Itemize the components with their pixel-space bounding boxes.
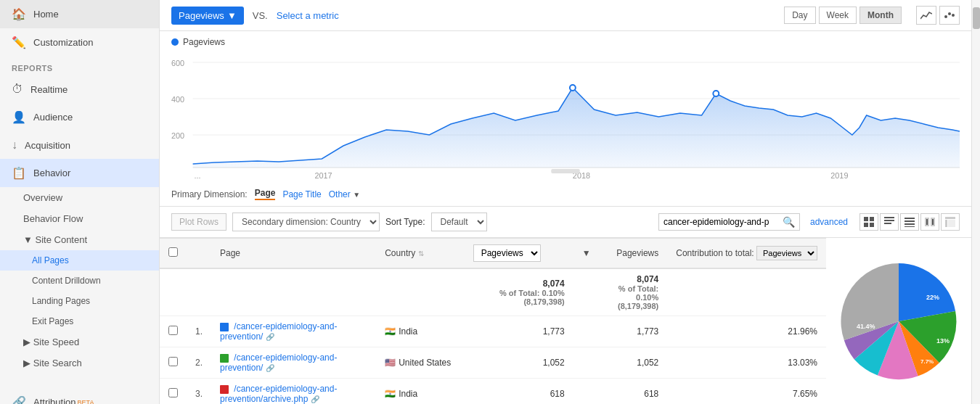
scrollbar[interactable] <box>971 0 980 404</box>
svg-rect-25 <box>905 220 915 222</box>
svg-rect-24 <box>905 218 915 219</box>
pivot-view-button[interactable] <box>941 213 960 231</box>
chart-area: Pageviews 600 400 200 2017 2018 2019 ... <box>160 31 971 182</box>
sidebar-item-content-drilldown[interactable]: Content Drilldown <box>0 271 159 291</box>
row3-color-block <box>220 385 229 394</box>
row3-page-link[interactable]: /cancer-epidemiology-and-prevention/arch… <box>220 384 337 404</box>
row3-checkbox-cell <box>160 379 187 405</box>
row2-contribution: 13.03% <box>788 358 817 368</box>
row1-pageviews-cell: 1,773 <box>465 316 573 347</box>
scatter-chart-button[interactable] <box>939 6 960 25</box>
dropdown-arrow-icon: ▼ <box>227 10 237 21</box>
compare-view-button[interactable] <box>920 213 939 231</box>
sidebar-item-label-behavior: Behavior <box>33 168 70 178</box>
chart-legend-label: Pageviews <box>183 37 225 47</box>
day-button[interactable]: Day <box>784 7 815 24</box>
row3-pageviews2-cell: 618 <box>600 379 668 405</box>
svg-text:...: ... <box>195 171 201 180</box>
metric-dropdown-button[interactable]: Pageviews ▼ <box>171 7 244 25</box>
row2-num-cell: 2. <box>187 347 211 379</box>
data-view-button[interactable] <box>880 213 899 231</box>
sidebar-item-customization[interactable]: ✏️ Customization <box>0 28 159 57</box>
svg-rect-20 <box>870 223 874 227</box>
contribution-dropdown-select[interactable]: Pageviews <box>756 246 817 260</box>
sidebar-item-label-acquisition: Acquisition <box>25 140 70 151</box>
svg-rect-27 <box>905 226 915 227</box>
sidebar-item-attribution[interactable]: 🔗 Attribution BETA <box>0 388 159 404</box>
search-input[interactable] <box>663 217 780 227</box>
sidebar-item-exit-pages[interactable]: Exit Pages <box>0 311 159 331</box>
sidebar-item-site-speed[interactable]: ▶ Site Speed <box>0 331 159 353</box>
page-title-dim-link[interactable]: Page Title <box>282 189 321 199</box>
row1-pageviews2: 1,773 <box>637 326 658 337</box>
top-bar: Pageviews ▼ VS. Select a metric Day Week… <box>160 0 971 31</box>
col-pageviews-dropdown-header: Pageviews <box>465 239 573 269</box>
row3-arrow-cell <box>573 379 600 405</box>
grid-view-button[interactable] <box>859 213 878 231</box>
list-view-button[interactable] <box>900 213 919 231</box>
row2-checkbox[interactable] <box>168 357 178 366</box>
advanced-link[interactable]: advanced <box>810 217 848 227</box>
row2-page-link[interactable]: /cancer-epidemiology-and-prevention/ <box>220 353 337 373</box>
svg-rect-26 <box>905 223 915 225</box>
table-controls: Plot Rows Secondary dimension: Country S… <box>160 207 971 238</box>
secondary-dimension-select[interactable]: Secondary dimension: Country <box>232 213 380 231</box>
sidebar-item-behavior[interactable]: 📋 Behavior <box>0 159 159 187</box>
total-pageviews2-value: 8,074 <box>637 274 658 284</box>
select-metric-link[interactable]: Select a metric <box>277 10 339 21</box>
total-sub2: (8,179,398) <box>473 297 565 306</box>
svg-text:2019: 2019 <box>830 171 848 180</box>
sidebar-item-site-content[interactable]: ▼ Site Content <box>0 229 159 250</box>
row1-checkbox[interactable] <box>168 326 178 335</box>
plot-rows-button[interactable]: Plot Rows <box>171 213 226 231</box>
row2-country-name: United States <box>399 358 451 368</box>
sidebar-item-label-behavior-flow: Behavior Flow <box>23 213 83 224</box>
row2-color-block <box>220 354 229 363</box>
scrollbar-thumb[interactable] <box>973 7 980 29</box>
select-all-checkbox[interactable] <box>168 247 178 257</box>
pie-label-414: 41.4% <box>857 323 875 330</box>
svg-rect-21 <box>884 220 894 221</box>
row1-country: 🇮🇳 India <box>385 326 417 337</box>
sidebar-item-acquisition[interactable]: ↓ Acquisition <box>0 131 159 159</box>
row2-link-icon: 🔗 <box>266 364 274 372</box>
pageviews-header-label: Pageviews <box>616 248 658 258</box>
line-chart-button[interactable] <box>916 6 936 25</box>
bar-icon <box>884 217 894 227</box>
sidebar-item-label-home: Home <box>33 9 59 20</box>
total-sub3: % of Total: 0.10% <box>608 284 659 302</box>
total-checkbox-cell <box>160 268 187 316</box>
col-pageviews-header: Pageviews <box>600 239 668 269</box>
col-num <box>187 239 211 269</box>
sidebar-item-landing-pages[interactable]: Landing Pages <box>0 291 159 311</box>
sidebar-item-label-content-drilldown: Content Drilldown <box>32 276 101 286</box>
other-dim-link[interactable]: Other <box>329 189 351 199</box>
month-button[interactable]: Month <box>859 7 902 24</box>
sidebar-item-behavior-flow[interactable]: Behavior Flow <box>0 208 159 229</box>
metric-dropdown-label: Pageviews <box>179 10 224 21</box>
pageviews-dropdown-select[interactable]: Pageviews <box>473 244 541 262</box>
sidebar-item-label-exit-pages: Exit Pages <box>32 316 73 326</box>
sidebar-item-all-pages[interactable]: All Pages <box>0 250 159 271</box>
sort-type-select[interactable]: Default <box>431 213 487 231</box>
pie-label-13: 13% <box>936 337 950 345</box>
beta-badge: BETA <box>78 399 94 405</box>
view-buttons <box>859 213 960 231</box>
sidebar-item-site-search[interactable]: ▶ Site Search <box>0 353 159 374</box>
page-dim-link[interactable]: Page <box>255 188 276 200</box>
sidebar-item-realtime[interactable]: ⏱ Realtime <box>0 75 159 103</box>
search-icon[interactable]: 🔍 <box>783 216 795 228</box>
chart-type-buttons <box>916 6 960 25</box>
row2-pageviews: 1,052 <box>543 358 565 368</box>
row3-pageviews-cell: 618 <box>465 379 573 405</box>
week-button[interactable]: Week <box>819 7 857 24</box>
sidebar-item-audience[interactable]: 👤 Audience <box>0 103 159 131</box>
list-icon <box>905 217 915 227</box>
expand-icon-site-content: ▼ <box>23 234 33 245</box>
row1-page-cell: /cancer-epidemiology-and-prevention/ 🔗 <box>211 316 376 347</box>
row3-checkbox[interactable] <box>168 388 178 397</box>
row1-page-link[interactable]: /cancer-epidemiology-and-prevention/ <box>220 321 337 342</box>
main-content: Pageviews ▼ VS. Select a metric Day Week… <box>160 0 971 404</box>
sidebar-item-overview[interactable]: Overview <box>0 187 159 208</box>
sidebar-item-home[interactable]: 🏠 Home <box>0 0 159 28</box>
